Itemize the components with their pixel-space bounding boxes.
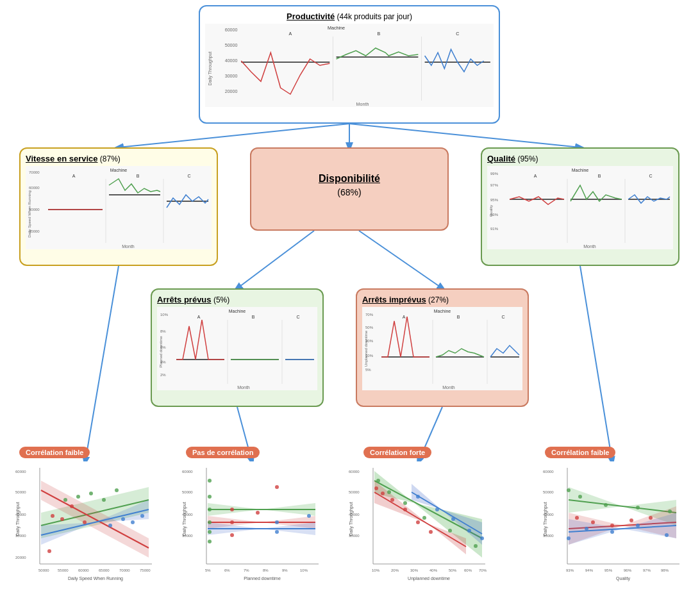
scatter-quality: 60000 50000 40000 30000 93% 94% 95% 96% … bbox=[542, 461, 683, 583]
svg-text:50000: 50000 bbox=[349, 490, 360, 494]
svg-text:2%: 2% bbox=[160, 373, 166, 377]
svg-point-227 bbox=[629, 518, 633, 522]
svg-point-238 bbox=[665, 533, 669, 537]
svg-text:30000: 30000 bbox=[225, 74, 238, 78]
svg-point-224 bbox=[575, 516, 579, 520]
svg-point-196 bbox=[448, 529, 452, 533]
arrets-prevus-chart: Machine A B C 10% 8% 6% 4% 2% Month Plan… bbox=[157, 307, 317, 390]
qualite-subtitle: (95%) bbox=[517, 154, 538, 163]
svg-point-230 bbox=[578, 495, 582, 499]
scatter-planned-svg: 60000 50000 40000 30000 5% 6% 7% 8% 9% 1… bbox=[181, 461, 322, 583]
svg-point-118 bbox=[83, 520, 87, 524]
svg-text:95%: 95% bbox=[604, 568, 613, 572]
svg-text:B: B bbox=[137, 174, 140, 178]
svg-point-191 bbox=[429, 530, 433, 534]
svg-text:6%: 6% bbox=[224, 568, 230, 572]
svg-point-197 bbox=[474, 544, 478, 548]
svg-point-120 bbox=[63, 498, 67, 502]
svg-text:50%: 50% bbox=[365, 326, 374, 329]
svg-point-161 bbox=[275, 520, 279, 524]
arrets-imprevus-title: Arrêts imprévus bbox=[362, 295, 426, 304]
svg-point-199 bbox=[435, 508, 439, 511]
vitesse-subtitle: (87%) bbox=[100, 154, 121, 163]
svg-point-236 bbox=[610, 530, 614, 534]
svg-point-116 bbox=[60, 517, 64, 521]
svg-point-233 bbox=[668, 509, 672, 513]
svg-text:C: C bbox=[649, 174, 652, 178]
svg-rect-59 bbox=[157, 307, 317, 390]
disponibilite-box: Disponibilité (68%) bbox=[250, 147, 449, 231]
svg-point-153 bbox=[208, 520, 212, 524]
svg-text:A: A bbox=[534, 174, 537, 178]
svg-text:Machine: Machine bbox=[110, 168, 128, 172]
svg-text:94%: 94% bbox=[585, 568, 594, 572]
svg-text:B: B bbox=[252, 315, 255, 319]
svg-point-150 bbox=[208, 479, 212, 483]
correlation-pas: Pas de corrélation bbox=[186, 447, 260, 458]
svg-point-202 bbox=[480, 536, 484, 540]
svg-text:C: C bbox=[187, 174, 190, 178]
svg-text:Month: Month bbox=[122, 244, 135, 249]
vitesse-box: Vitesse en service (87%) Machine A B C 7… bbox=[19, 147, 218, 266]
svg-text:10%: 10% bbox=[372, 568, 380, 572]
svg-text:Machine: Machine bbox=[328, 26, 345, 30]
svg-point-160 bbox=[275, 485, 279, 489]
svg-point-198 bbox=[416, 495, 420, 499]
svg-point-157 bbox=[230, 520, 234, 524]
disponibilite-title: Disponibilité bbox=[263, 173, 436, 185]
svg-point-127 bbox=[131, 520, 135, 524]
svg-text:60000: 60000 bbox=[543, 470, 554, 474]
svg-point-232 bbox=[636, 506, 640, 509]
svg-text:50000: 50000 bbox=[225, 43, 238, 47]
vitesse-title: Vitesse en service bbox=[26, 154, 98, 163]
svg-text:50000: 50000 bbox=[38, 568, 49, 572]
scatter-unplanned: 60000 50000 40000 30000 10% 20% 30% 40% … bbox=[347, 461, 488, 583]
svg-point-226 bbox=[610, 524, 614, 527]
svg-text:Machine: Machine bbox=[229, 309, 246, 313]
svg-point-124 bbox=[115, 488, 119, 492]
svg-point-151 bbox=[208, 495, 212, 499]
svg-text:75000: 75000 bbox=[140, 568, 151, 572]
productivite-subtitle: (44k produits par jour) bbox=[337, 12, 412, 21]
svg-text:60000: 60000 bbox=[349, 470, 360, 474]
svg-text:Daily Speed When Running: Daily Speed When Running bbox=[68, 576, 123, 581]
svg-text:C: C bbox=[501, 315, 504, 319]
svg-line-5 bbox=[85, 266, 119, 461]
svg-point-119 bbox=[47, 549, 51, 553]
svg-text:97%: 97% bbox=[643, 568, 651, 572]
svg-text:99%: 99% bbox=[490, 172, 499, 176]
svg-point-156 bbox=[230, 508, 234, 511]
svg-text:20%: 20% bbox=[391, 568, 399, 572]
svg-point-195 bbox=[422, 516, 426, 520]
svg-text:50%: 50% bbox=[449, 568, 457, 572]
svg-text:Machine: Machine bbox=[434, 309, 451, 313]
svg-point-201 bbox=[467, 529, 471, 533]
svg-point-229 bbox=[567, 488, 571, 492]
svg-point-126 bbox=[121, 517, 125, 521]
svg-point-162 bbox=[275, 530, 279, 534]
svg-point-190 bbox=[416, 520, 420, 524]
main-diagram: Productivité (44k produits par jour) 600… bbox=[0, 0, 700, 596]
svg-text:Machine: Machine bbox=[572, 168, 589, 172]
svg-text:60000: 60000 bbox=[225, 28, 238, 32]
svg-point-122 bbox=[89, 492, 93, 495]
svg-text:30%: 30% bbox=[410, 568, 419, 572]
svg-text:B: B bbox=[598, 174, 601, 178]
svg-text:C: C bbox=[296, 315, 299, 319]
scatter-vitesse: 60000 50000 40000 30000 20000 50000 5500… bbox=[14, 461, 155, 583]
svg-point-155 bbox=[208, 540, 212, 543]
svg-text:60000: 60000 bbox=[29, 186, 40, 190]
svg-point-154 bbox=[208, 530, 212, 534]
svg-point-200 bbox=[451, 517, 455, 521]
svg-text:Daily Throughput: Daily Throughput bbox=[349, 502, 354, 536]
qualite-chart: Machine A B C 99% 97% 95% 93% 91% Month … bbox=[487, 166, 673, 249]
svg-point-159 bbox=[256, 511, 260, 515]
arrets-imprevus-box: Arrêts imprévus (27%) Machine A B C 70% … bbox=[356, 288, 529, 407]
svg-text:Daily Throughput: Daily Throughput bbox=[15, 502, 21, 536]
svg-text:10%: 10% bbox=[160, 313, 169, 317]
svg-point-189 bbox=[403, 508, 407, 511]
svg-text:70%: 70% bbox=[479, 568, 487, 572]
svg-line-3 bbox=[237, 231, 314, 288]
svg-point-123 bbox=[102, 498, 106, 502]
svg-text:91%: 91% bbox=[490, 227, 499, 231]
